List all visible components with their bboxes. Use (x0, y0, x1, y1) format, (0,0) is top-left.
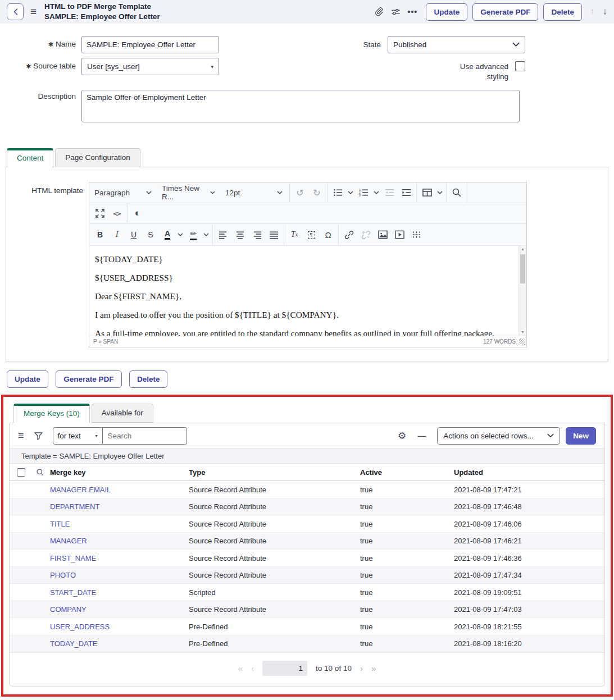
context-menu-icon[interactable]: ≡ (30, 6, 37, 18)
state-select[interactable]: Published (388, 36, 525, 53)
list-settings-gear-icon[interactable]: ⚙ (398, 430, 406, 442)
tab-content[interactable]: Content (7, 148, 53, 168)
name-field[interactable] (81, 36, 219, 53)
align-justify-icon[interactable] (265, 226, 282, 243)
table-row: TODAY_DATE Pre-Defined true 2021-08-09 1… (10, 635, 604, 653)
align-left-icon[interactable] (215, 226, 231, 243)
use-advanced-styling-checkbox[interactable] (515, 61, 525, 71)
bullet-list-chevron-icon[interactable] (346, 184, 355, 201)
merge-keys-panel: ≡ for text ▾ ⚙ — Actions on selected row… (9, 423, 605, 687)
description-field[interactable]: Sample Offer-of-Employment Letter (81, 90, 520, 122)
previous-record-icon[interactable]: ↑ (590, 6, 595, 17)
table-icon[interactable] (419, 184, 435, 201)
fullscreen-icon[interactable] (92, 205, 108, 222)
insert-image-icon[interactable] (374, 226, 391, 243)
scrollbar-thumb[interactable] (520, 254, 525, 283)
bullet-list-icon[interactable] (329, 184, 346, 201)
font-family-dropdown[interactable]: Times New R... (157, 184, 220, 201)
editor-content[interactable]: ${TODAY_DATE}${USER_ADDRESS}Dear ${FIRST… (89, 246, 526, 336)
font-size-dropdown[interactable]: 12pt (220, 184, 288, 201)
first-page-icon[interactable]: « (238, 664, 243, 673)
highlight-color-icon[interactable]: ✏ (185, 226, 202, 243)
resize-grip[interactable] (519, 338, 525, 345)
previous-page-icon[interactable]: ‹ (251, 664, 254, 673)
editor-scrollbar[interactable]: ▲ ▼ (519, 246, 526, 336)
attachment-paperclip-icon[interactable] (370, 4, 387, 20)
text-color-chevron-icon[interactable] (176, 226, 185, 243)
redo-icon[interactable]: ↻ (308, 184, 325, 201)
generate-pdf-button[interactable]: Generate PDF (472, 3, 538, 21)
page-break-icon[interactable] (408, 226, 425, 243)
actions-select[interactable]: Actions on selected rows... (437, 427, 560, 445)
highlight-chevron-icon[interactable] (202, 226, 211, 243)
tab-available-for[interactable]: Available for (92, 404, 153, 423)
personalize-sliders-icon[interactable] (387, 4, 404, 20)
undo-icon[interactable]: ↺ (292, 184, 308, 201)
pagination-range-label: to 10 of 10 (316, 664, 352, 672)
table-chevron-icon[interactable] (435, 184, 444, 201)
cell-type: Source Record Attribute (189, 554, 360, 562)
collapse-list-icon[interactable]: — (417, 431, 426, 441)
merge-key-link[interactable]: DEPARTMENT (50, 502, 99, 511)
italic-icon[interactable]: I (108, 226, 125, 243)
merge-key-link[interactable]: PHOTO (50, 571, 76, 579)
clear-formatting-icon[interactable]: Tx (286, 226, 303, 243)
back-button[interactable] (7, 3, 24, 20)
source-table-select[interactable]: User [sys_user] ▾ (81, 58, 219, 75)
description-label: Description (0, 90, 81, 100)
text-color-icon[interactable]: A (159, 226, 176, 243)
special-character-icon[interactable]: Ω (320, 226, 336, 243)
indent-icon[interactable] (398, 184, 415, 201)
insert-media-icon[interactable] (391, 226, 408, 243)
select-paragraph-icon[interactable]: ¶ (303, 226, 320, 243)
merge-key-link[interactable]: TITLE (50, 520, 70, 528)
column-search-icon[interactable] (36, 468, 44, 477)
search-scope-select[interactable]: for text ▾ (53, 427, 103, 445)
last-page-icon[interactable]: » (371, 664, 376, 673)
paragraph-style-dropdown[interactable]: Paragraph (89, 184, 157, 201)
align-center-icon[interactable] (231, 226, 248, 243)
column-header-type[interactable]: Type (189, 468, 360, 477)
align-right-icon[interactable] (248, 226, 265, 243)
merge-key-link[interactable]: MANAGER (50, 537, 87, 545)
delete-button-footer[interactable]: Delete (129, 370, 168, 388)
column-header-merge-key[interactable]: Merge key (50, 468, 189, 477)
tab-page-configuration[interactable]: Page Configuration (55, 148, 140, 167)
merge-key-link[interactable]: START_DATE (50, 588, 96, 597)
column-header-updated[interactable]: Updated (454, 468, 604, 477)
strikethrough-icon[interactable]: S (142, 226, 159, 243)
tab-merge-keys[interactable]: Merge Keys (10) (13, 404, 90, 423)
delete-button[interactable]: Delete (543, 3, 582, 21)
filter-funnel-icon[interactable] (34, 431, 43, 441)
merge-key-link[interactable]: TODAY_DATE (50, 639, 98, 648)
scroll-up-icon[interactable]: ▲ (519, 247, 526, 251)
use-advanced-styling-label: Use advanced styling (460, 58, 515, 82)
bold-icon[interactable]: B (92, 226, 108, 243)
insert-link-icon[interactable] (340, 226, 357, 243)
list-search-input[interactable] (103, 427, 187, 445)
editor-paragraph: ${TODAY_DATE} (95, 254, 512, 264)
search-icon[interactable] (448, 184, 465, 201)
merge-key-link[interactable]: COMPANY (50, 605, 87, 614)
merge-key-link[interactable]: FIRST_NAME (50, 554, 96, 562)
next-record-icon[interactable]: ↓ (603, 6, 608, 17)
merge-key-link[interactable]: USER_ADDRESS (50, 623, 110, 631)
update-button-footer[interactable]: Update (7, 370, 48, 388)
scroll-down-icon[interactable]: ▼ (519, 330, 526, 335)
generate-pdf-button-footer[interactable]: Generate PDF (56, 370, 121, 388)
underline-icon[interactable]: U (125, 226, 142, 243)
source-code-icon[interactable]: <> (108, 205, 125, 222)
contrast-icon[interactable]: ◐ (129, 205, 146, 222)
numbered-list-chevron-icon[interactable] (372, 184, 381, 201)
new-button[interactable]: New (566, 427, 596, 445)
numbered-list-icon[interactable]: 123 (355, 184, 372, 201)
update-button[interactable]: Update (426, 3, 467, 21)
column-header-active[interactable]: Active (360, 468, 454, 477)
breadcrumb[interactable]: Template = SAMPLE: Employee Offer Letter (10, 448, 604, 464)
next-page-icon[interactable]: › (360, 664, 363, 673)
select-all-checkbox[interactable] (17, 468, 25, 477)
page-number-input[interactable] (262, 661, 307, 676)
merge-key-link[interactable]: MANAGER.EMAIL (50, 486, 111, 494)
list-menu-icon[interactable]: ≡ (18, 430, 24, 442)
more-options-icon[interactable]: ••• (404, 4, 421, 20)
